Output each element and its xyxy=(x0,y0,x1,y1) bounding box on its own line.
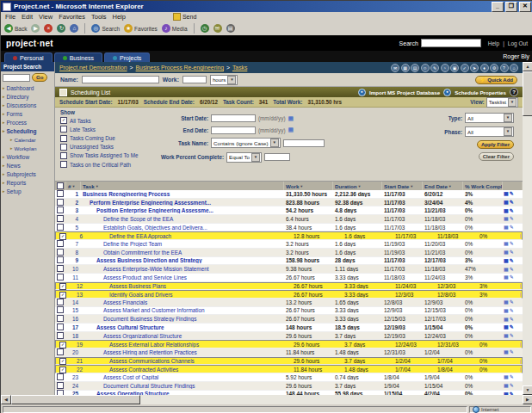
sidebar-item-news[interactable]: ▸News xyxy=(1,161,54,170)
sidebar-item-subprojects[interactable]: ▸Subprojects xyxy=(1,170,54,178)
quick-add-work-input[interactable] xyxy=(182,76,207,83)
task-link[interactable]: Obtain Commitment for the EEA xyxy=(103,250,182,256)
task-link[interactable]: Establish Goals, Objectives and Delivera… xyxy=(103,225,207,231)
menu-item-help[interactable]: Help xyxy=(113,13,126,21)
history-button[interactable]: ◷ xyxy=(201,24,209,33)
process-icon[interactable]: ◔ xyxy=(441,64,449,72)
checkbox-icon[interactable] xyxy=(57,190,64,197)
horizontal-scroll-track[interactable] xyxy=(140,395,523,404)
scroll-right-button[interactable]: ▶ xyxy=(523,395,532,404)
column-header-task[interactable]: Task▼ xyxy=(81,182,284,190)
checkbox-icon[interactable]: ✓ xyxy=(59,358,66,365)
gantt-icon[interactable]: ▦ xyxy=(504,274,509,280)
task-link[interactable]: Assess Business Direction and Strategy xyxy=(96,257,202,263)
gantt-icon[interactable]: ▦ xyxy=(504,241,509,246)
workflow-icon[interactable]: ➤ xyxy=(470,64,479,72)
task-link[interactable]: Assess Communications Channels xyxy=(109,358,195,364)
edit-icon[interactable]: ✎ xyxy=(510,258,514,263)
wpc-input[interactable] xyxy=(264,153,290,161)
task-link[interactable]: Assess Contracted Activities xyxy=(109,367,178,373)
refresh-button[interactable]: ↻ xyxy=(57,24,65,33)
menu-item-favorites[interactable]: Favorites xyxy=(59,13,85,21)
checkbox-icon[interactable]: ✓ xyxy=(59,342,66,348)
close-button[interactable]: ✕ xyxy=(519,2,531,12)
calendar-icon[interactable]: ▦ xyxy=(288,126,294,133)
edit-icon[interactable]: ✎ xyxy=(510,383,514,388)
checkbox-icon[interactable] xyxy=(57,206,64,213)
checkbox-icon[interactable] xyxy=(57,324,64,330)
menu-item-file[interactable]: File xyxy=(5,13,15,21)
task-link[interactable]: Assess Business Plans xyxy=(109,283,166,289)
tab-personal[interactable]: Personal xyxy=(4,52,53,62)
edit-icon[interactable]: ✎ xyxy=(510,191,514,196)
work-unit-select[interactable]: hours▼ xyxy=(210,75,238,85)
checkbox-icon[interactable] xyxy=(57,265,64,272)
project-search-go-button[interactable]: Go xyxy=(32,73,47,82)
minimize-button[interactable]: _ xyxy=(492,2,504,12)
task-link[interactable]: Identify Goals and Drivers xyxy=(109,292,173,298)
header-search-input[interactable] xyxy=(421,39,481,47)
checkbox-icon[interactable] xyxy=(57,182,64,189)
home-icon[interactable]: ⌂ xyxy=(510,64,518,72)
edit-icon[interactable]: ✎ xyxy=(510,333,514,338)
checkbox-icon[interactable] xyxy=(57,382,64,389)
checkbox-icon[interactable] xyxy=(57,249,64,256)
sidebar-item-dashboard[interactable]: ▸Dashboard xyxy=(1,83,54,92)
checkbox-icon[interactable] xyxy=(57,373,64,380)
checkbox-icon[interactable] xyxy=(60,152,67,159)
column-header-work[interactable]: Work▼ xyxy=(284,182,333,190)
edit-icon[interactable]: ✎ xyxy=(510,216,514,221)
checkbox-icon[interactable]: ✓ xyxy=(60,117,67,124)
task-name-input[interactable] xyxy=(283,139,325,147)
tab-projects[interactable]: Projects xyxy=(104,52,150,62)
scroll-down-button[interactable]: ▼ xyxy=(523,385,532,395)
gantt-icon[interactable]: ▦ xyxy=(504,225,509,230)
menu-item-tools[interactable]: Tools xyxy=(91,13,107,21)
task-link[interactable]: Assess Cultural Structure xyxy=(96,324,164,330)
task-link[interactable]: Business Reengineering Process xyxy=(83,191,170,197)
sidebar-item-setup[interactable]: ▸Setup xyxy=(1,187,54,195)
checkbox-icon[interactable] xyxy=(60,161,67,168)
checkbox-icon[interactable] xyxy=(60,144,67,151)
checkbox-icon[interactable] xyxy=(57,215,64,222)
forward-button[interactable]: ▶ xyxy=(31,24,40,33)
notes-icon[interactable]: ✎ xyxy=(430,64,439,72)
help-link[interactable]: Help xyxy=(488,40,499,46)
maximize-button[interactable]: ❐ xyxy=(505,2,517,12)
sidebar-item-scheduling[interactable]: ▸Scheduling xyxy=(1,126,54,135)
checkbox-icon[interactable] xyxy=(57,240,64,247)
back-button[interactable]: ◀Back xyxy=(4,24,27,33)
edit-icon[interactable]: ✎ xyxy=(510,274,514,280)
checkbox-icon[interactable] xyxy=(57,224,64,231)
gantt-icon[interactable]: ▦ xyxy=(520,233,521,238)
checkbox-icon[interactable] xyxy=(57,332,64,339)
task-link[interactable]: Document Business Strategy Findings xyxy=(103,316,196,322)
edit-icon[interactable]: ✎ xyxy=(510,349,514,354)
gantt-icon[interactable]: ▦ xyxy=(504,324,509,330)
settings-icon[interactable]: ⚙ xyxy=(490,64,498,72)
edit-icon[interactable]: ✎ xyxy=(510,317,514,322)
gantt-icon[interactable]: ▦ xyxy=(504,208,509,213)
task-link[interactable]: Assess Product and Service Lines xyxy=(103,274,187,280)
forms-icon[interactable]: ▣ xyxy=(450,64,459,72)
gantt-icon[interactable]: ▦ xyxy=(520,342,521,347)
task-link[interactable]: Assess Cost of Capital xyxy=(103,374,158,380)
clear-filter-button[interactable]: Clear Filter xyxy=(479,152,514,161)
horizontal-scrollbar[interactable]: ◀ ▶ xyxy=(1,395,532,404)
gantt-icon[interactable]: ▦ xyxy=(504,216,509,221)
edit-icon[interactable]: ✎ xyxy=(510,308,514,313)
sidebar-item-reports[interactable]: ▸Reports xyxy=(1,178,54,187)
favorites-button[interactable]: ★Favorites xyxy=(124,24,158,33)
checkbox-icon[interactable]: ✓ xyxy=(59,233,66,240)
gantt-icon[interactable]: ▦ xyxy=(504,250,509,255)
menu-item-view[interactable]: View xyxy=(39,13,53,21)
edit-icon[interactable]: ✎ xyxy=(510,200,514,205)
wpc-operator-select[interactable]: Equal To▼ xyxy=(226,152,262,163)
gantt-icon[interactable]: ▦ xyxy=(520,367,521,372)
logout-link[interactable]: Log Out xyxy=(508,40,528,46)
column-header-work-complete[interactable]: % Work Complete▼ xyxy=(463,182,503,190)
edit-icon[interactable]: ✎ xyxy=(510,299,514,305)
breadcrumb-link-tasks[interactable]: Tasks xyxy=(232,65,247,71)
tab-business[interactable]: Business xyxy=(54,52,102,62)
checkbox-icon[interactable]: ✓ xyxy=(59,292,66,299)
